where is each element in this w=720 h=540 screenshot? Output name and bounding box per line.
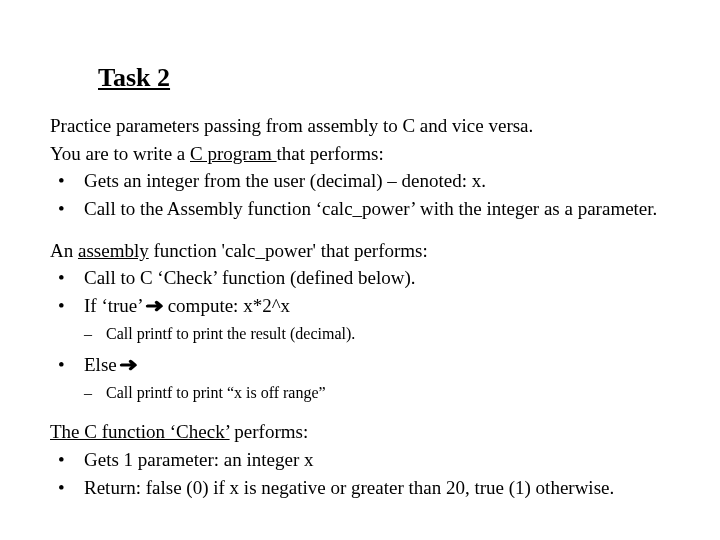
bullet-item: If ‘true’ ➜ compute: x*2^x <box>50 293 670 319</box>
text: An <box>50 240 78 261</box>
bullet-item: Gets an integer from the user (decimal) … <box>50 168 670 194</box>
text: You are to write a <box>50 143 190 164</box>
document-page: Task 2 Practice parameters passing from … <box>0 0 720 540</box>
write-c-line: You are to write a C program that perfor… <box>50 141 670 167</box>
section-assembly: An assembly function 'calc_power' that p… <box>50 238 670 404</box>
check-bullets: Gets 1 parameter: an integer x Return: f… <box>50 447 670 500</box>
assembly-intro: An assembly function 'calc_power' that p… <box>50 238 670 264</box>
section-c-program: Practice parameters passing from assembl… <box>50 113 670 222</box>
check-underline: The C function ‘Check’ <box>50 421 230 442</box>
sub-bullets: Call printf to print the result (decimal… <box>50 323 670 345</box>
assembly-bullets-2: Else ➜ <box>50 352 670 378</box>
arrow-icon: ➜ <box>145 293 164 319</box>
text: Else <box>84 354 121 375</box>
assembly-underline: assembly <box>78 240 149 261</box>
sub-item: Call printf to print “x is off range” <box>50 382 670 404</box>
bullet-item: Else ➜ <box>50 352 670 378</box>
bullet-item: Gets 1 parameter: an integer x <box>50 447 670 473</box>
bullet-item: Return: false (0) if x is negative or gr… <box>50 475 670 501</box>
sub-bullets-2: Call printf to print “x is off range” <box>50 382 670 404</box>
sub-item: Call printf to print the result (decimal… <box>50 323 670 345</box>
c-program-underline: C program <box>190 143 277 164</box>
text: If ‘true’ <box>84 295 147 316</box>
text: performs: <box>230 421 309 442</box>
check-intro: The C function ‘Check’ performs: <box>50 419 670 445</box>
text: that performs: <box>277 143 384 164</box>
c-program-bullets: Gets an integer from the user (decimal) … <box>50 168 670 221</box>
arrow-icon: ➜ <box>120 352 139 378</box>
bullet-item: Call to the Assembly function ‘calc_powe… <box>50 196 670 222</box>
intro-line: Practice parameters passing from assembl… <box>50 113 670 139</box>
assembly-bullets: Call to C ‘Check’ function (defined belo… <box>50 265 670 318</box>
section-check: The C function ‘Check’ performs: Gets 1 … <box>50 419 670 500</box>
task-title: Task 2 <box>98 60 670 95</box>
text: compute: x*2^x <box>163 295 290 316</box>
bullet-item: Call to C ‘Check’ function (defined belo… <box>50 265 670 291</box>
text: function 'calc_power' that performs: <box>149 240 428 261</box>
